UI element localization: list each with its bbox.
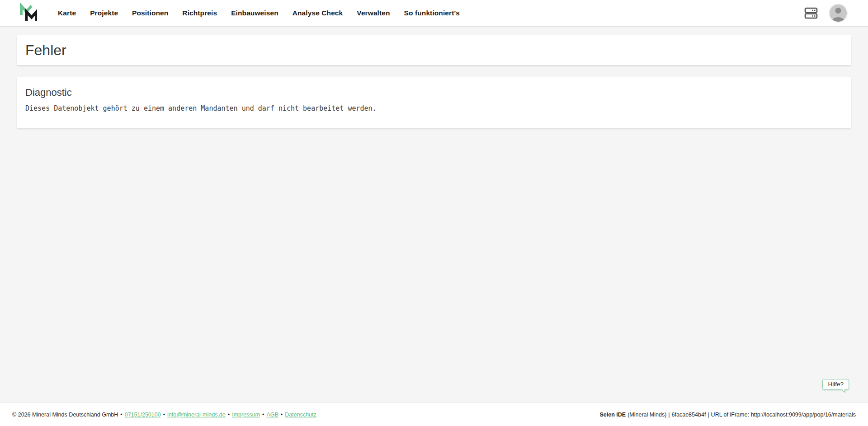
- footer-link-agb[interactable]: AGB: [266, 412, 278, 418]
- nav-item-richtpreis[interactable]: Richtpreis: [182, 9, 217, 17]
- diagnostic-card: Diagnostic Dieses Datenobjekt gehört zu …: [17, 77, 851, 128]
- nav-item-positionen[interactable]: Positionen: [132, 9, 168, 17]
- footer-link-impressum[interactable]: Impressum: [232, 412, 260, 418]
- footer-link-email[interactable]: info@mineral-minds.de: [167, 412, 226, 418]
- build-id: 6facae854b4f: [672, 412, 706, 418]
- nav-item-analyse-check[interactable]: Analyse Check: [292, 9, 343, 17]
- footer-bullet: •: [163, 412, 165, 418]
- servers-icon[interactable]: [804, 6, 818, 20]
- diagnostic-heading: Diagnostic: [25, 87, 843, 98]
- footer-bullet: •: [228, 412, 230, 418]
- footer-bullet: •: [262, 412, 264, 418]
- footer-link-datenschutz[interactable]: Datenschutz: [285, 412, 316, 418]
- nav-item-karte[interactable]: Karte: [58, 9, 76, 17]
- iframe-url: http://localhost:9099/app/pop/16/materia…: [751, 412, 856, 418]
- avatar-head-shape: [835, 8, 841, 14]
- footer-link-phone[interactable]: 07151/250100: [125, 412, 161, 418]
- footer-right: Selen IDE (Mineral Minds) | 6facae854b4f…: [600, 412, 856, 418]
- mineral-minds-logo-icon: [18, 3, 37, 23]
- footer-pipe: |: [668, 412, 670, 418]
- avatar-torso-shape: [832, 17, 844, 22]
- nav-item-projekte[interactable]: Projekte: [90, 9, 118, 17]
- iframe-url-label: URL of iFrame:: [711, 412, 749, 418]
- header-actions: [804, 5, 868, 22]
- copyright-text: © 2026 Mineral Minds Deutschland GmbH: [12, 412, 118, 418]
- ide-tenant: (Mineral Minds): [627, 412, 666, 418]
- help-button[interactable]: Hilfe?: [822, 379, 849, 390]
- nav-item-verwalten[interactable]: Verwalten: [357, 9, 390, 17]
- nav-item-einbauweisen[interactable]: Einbauweisen: [231, 9, 278, 17]
- nav-item-so-funktionierts[interactable]: So funktioniert's: [404, 9, 460, 17]
- footer: © 2026 Mineral Minds Deutschland GmbH • …: [0, 403, 868, 426]
- footer-bullet: •: [281, 412, 283, 418]
- footer-pipe: |: [708, 412, 709, 418]
- diagnostic-message: Dieses Datenobjekt gehört zu einem ander…: [25, 104, 843, 112]
- help-button-label: Hilfe?: [828, 381, 844, 388]
- error-title-card: Fehler: [17, 35, 851, 65]
- user-avatar-icon[interactable]: [830, 5, 847, 22]
- main-content: Fehler Diagnostic Dieses Datenobjekt geh…: [0, 27, 868, 403]
- ide-name: Selen IDE: [600, 412, 626, 418]
- footer-left: © 2026 Mineral Minds Deutschland GmbH • …: [12, 412, 316, 418]
- footer-bullet: •: [120, 412, 122, 418]
- main-nav: Karte Projekte Positionen Richtpreis Ein…: [58, 9, 460, 17]
- app-logo[interactable]: [18, 3, 37, 23]
- page-title: Fehler: [25, 42, 66, 59]
- top-navbar: Karte Projekte Positionen Richtpreis Ein…: [0, 0, 868, 27]
